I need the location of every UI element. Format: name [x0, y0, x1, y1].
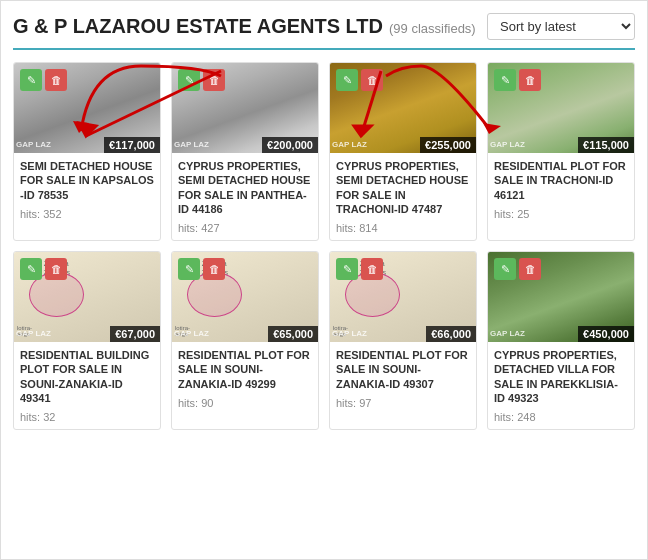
delete-button[interactable]: 🗑 — [45, 69, 67, 91]
price-badge: €200,000 — [262, 137, 318, 153]
delete-button[interactable]: 🗑 — [519, 69, 541, 91]
card-actions: ✎ 🗑 — [20, 258, 67, 280]
card-body: Cyprus properties, DETACHED VILLA FOR SA… — [488, 342, 634, 429]
card-hits: hits: 248 — [494, 411, 628, 423]
delete-button[interactable]: 🗑 — [361, 69, 383, 91]
delete-button[interactable]: 🗑 — [203, 69, 225, 91]
edit-button[interactable]: ✎ — [178, 69, 200, 91]
edit-button[interactable]: ✎ — [178, 258, 200, 280]
card-body: RESIDENTIAL BUILDING PLOT FOR SALE IN SO… — [14, 342, 160, 429]
card-hits: hits: 814 — [336, 222, 470, 234]
edit-button[interactable]: ✎ — [494, 258, 516, 280]
watermark: GAP LAZ — [16, 140, 51, 149]
sort-dropdown-container[interactable]: Sort by latestSort by oldestSort by pric… — [487, 13, 635, 40]
card-actions: ✎ 🗑 — [178, 258, 225, 280]
card-body: SEMI DETACHED HOUSE FOR SALE IN KAPSALOS… — [14, 153, 160, 226]
price-badge: €66,000 — [426, 326, 476, 342]
page-header: G & P LAZAROU ESTATE AGENTS LTD (99 clas… — [13, 13, 635, 50]
price-badge: €115,000 — [578, 137, 634, 153]
card-actions: ✎ 🗑 — [494, 69, 541, 91]
listing-card: ✎ 🗑 GAP LAZ €255,000 Cyprus properties, … — [329, 62, 477, 241]
card-body: Cyprus properties, SEMI DETACHED HOUSE F… — [172, 153, 318, 240]
sort-select[interactable]: Sort by latestSort by oldestSort by pric… — [487, 13, 635, 40]
card-title: SEMI DETACHED HOUSE FOR SALE IN KAPSALOS… — [20, 159, 154, 202]
card-title: Cyprus properties, DETACHED VILLA FOR SA… — [494, 348, 628, 405]
classifieds-count: (99 classifieds) — [389, 21, 476, 36]
card-hits: hits: 97 — [336, 397, 470, 409]
price-badge: €255,000 — [420, 137, 476, 153]
card-title: Cyprus properties, SEMI DETACHED HOUSE F… — [178, 159, 312, 216]
listing-card: ✎ 🗑 GAP LAZ €450,000 Cyprus properties, … — [487, 251, 635, 430]
listing-card: ✎ 🗑 GAP LAZ €117,000 SEMI DETACHED HOUSE… — [13, 62, 161, 241]
watermark: GAP LAZ — [490, 140, 525, 149]
edit-button[interactable]: ✎ — [494, 69, 516, 91]
card-title: RESIDENTIAL PLOT FOR SALE IN SOUNI-ZANAK… — [336, 348, 470, 391]
delete-button[interactable]: 🗑 — [45, 258, 67, 280]
listing-card: ✎ 🗑 Souni ZanakiaZooni Zavdaks lotira-ar… — [329, 251, 477, 430]
card-actions: ✎ 🗑 — [494, 258, 541, 280]
listing-card: ✎ 🗑 Souni ZanakiaZooni Zavdaks lotira-ar… — [171, 251, 319, 430]
agency-name: G & P LAZAROU ESTATE AGENTS LTD — [13, 15, 383, 38]
delete-button[interactable]: 🗑 — [361, 258, 383, 280]
card-hits: hits: 25 — [494, 208, 628, 220]
price-badge: €67,000 — [110, 326, 160, 342]
watermark: GAP LAZ — [174, 140, 209, 149]
card-actions: ✎ 🗑 — [20, 69, 67, 91]
edit-button[interactable]: ✎ — [20, 69, 42, 91]
card-body: RESIDENTIAL PLOT FOR SALE IN SOUNI-ZANAK… — [330, 342, 476, 415]
watermark: GAP LAZ — [332, 140, 367, 149]
card-hits: hits: 90 — [178, 397, 312, 409]
delete-button[interactable]: 🗑 — [519, 258, 541, 280]
price-badge: €450,000 — [578, 326, 634, 342]
edit-button[interactable]: ✎ — [336, 258, 358, 280]
card-hits: hits: 32 — [20, 411, 154, 423]
listing-card: ✎ 🗑 GAP LAZ €200,000 Cyprus properties, … — [171, 62, 319, 241]
watermark: GAP LAZ — [16, 329, 51, 338]
edit-button[interactable]: ✎ — [20, 258, 42, 280]
listing-card: ✎ 🗑 Souni ZanakiaZooni Zavdaks lotira-ar… — [13, 251, 161, 430]
card-title: RESIDENTIAL PLOT FOR SALE IN TRACHONI-ID… — [494, 159, 628, 202]
card-title: Cyprus properties, SEMI DETACHED HOUSE F… — [336, 159, 470, 216]
card-hits: hits: 352 — [20, 208, 154, 220]
card-title: RESIDENTIAL PLOT FOR SALE IN SOUNI-ZANAK… — [178, 348, 312, 391]
price-badge: €117,000 — [104, 137, 160, 153]
price-badge: €65,000 — [268, 326, 318, 342]
card-actions: ✎ 🗑 — [178, 69, 225, 91]
card-body: RESIDENTIAL PLOT FOR SALE IN SOUNI-ZANAK… — [172, 342, 318, 415]
page-container: G & P LAZAROU ESTATE AGENTS LTD (99 clas… — [0, 0, 648, 560]
card-hits: hits: 427 — [178, 222, 312, 234]
header-left: G & P LAZAROU ESTATE AGENTS LTD (99 clas… — [13, 15, 476, 38]
card-title: RESIDENTIAL BUILDING PLOT FOR SALE IN SO… — [20, 348, 154, 405]
delete-button[interactable]: 🗑 — [203, 258, 225, 280]
listings-grid: ✎ 🗑 GAP LAZ €117,000 SEMI DETACHED HOUSE… — [13, 62, 635, 430]
listing-card: ✎ 🗑 GAP LAZ €115,000 RESIDENTIAL PLOT FO… — [487, 62, 635, 241]
card-body: Cyprus properties, SEMI DETACHED HOUSE F… — [330, 153, 476, 240]
card-body: RESIDENTIAL PLOT FOR SALE IN TRACHONI-ID… — [488, 153, 634, 226]
card-actions: ✎ 🗑 — [336, 69, 383, 91]
watermark: GAP LAZ — [490, 329, 525, 338]
watermark: GAP LAZ — [332, 329, 367, 338]
watermark: GAP LAZ — [174, 329, 209, 338]
edit-button[interactable]: ✎ — [336, 69, 358, 91]
card-actions: ✎ 🗑 — [336, 258, 383, 280]
